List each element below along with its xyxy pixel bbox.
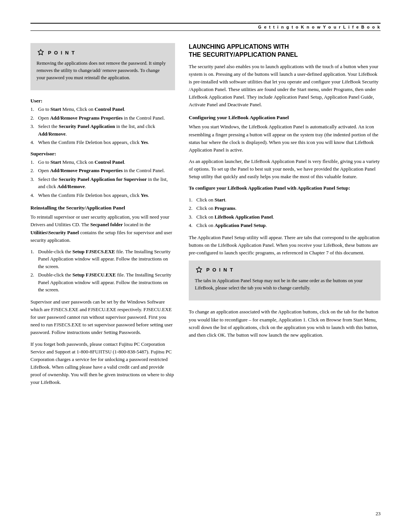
supervisor-steps-list: 1.Go to Start Menu, Click on Control Pan…	[30, 158, 175, 199]
supervisor-password-para: Supervisor and user passwords can be set…	[30, 298, 175, 337]
forget-para: If you forget both passwords, please con…	[30, 340, 175, 387]
list-item: 1.Double-click the Setup FJSECS.EXE file…	[30, 248, 175, 270]
header-text: G e t t i n g t o K n o w Y o u r L i f …	[258, 25, 381, 29]
list-item: 1.Click on Start.	[189, 196, 381, 204]
list-item: 2.Double-click the Setup FJSECU.EXE file…	[30, 271, 175, 294]
point-label-bottom: P O I N T	[206, 267, 234, 273]
intro-para: The security panel also enables you to l…	[189, 63, 381, 109]
reinstall-steps-list: 1.Double-click the Setup FJSECS.EXE file…	[30, 248, 175, 294]
reinstall-title: Reinstalling the Security/Application Pa…	[30, 205, 175, 211]
list-item: 1.Go to Start Menu, Click on Control Pan…	[30, 105, 175, 113]
config-steps-list: 1.Click on Start. 2.Click on Programs. 3…	[189, 196, 381, 229]
user-label: User:	[30, 98, 175, 104]
reinstall-intro-para: To reinstall supervisor or user security…	[30, 213, 175, 244]
list-item: 4.When the Confirm File Deletion box app…	[30, 139, 175, 146]
point-label-top: P O I N T	[48, 50, 75, 56]
main-heading: LAUNCHING APPLICATIONS WITH THE SECURITY…	[189, 43, 381, 59]
change-app-para: To change an application associated with…	[189, 308, 381, 339]
point-text-top: Removing the applications does not remov…	[37, 60, 169, 81]
list-item: 1.Go to Start Menu, Click on Control Pan…	[30, 158, 175, 166]
point-icon-bottom	[195, 266, 203, 274]
list-item: 2.Open Add/Remove Programs Properties in…	[30, 167, 175, 174]
after-steps-para: The Application Panel Setup utility will…	[189, 234, 381, 257]
list-item: 3.Select the Security Panel Application …	[30, 123, 175, 137]
list-item: 3.Select the Security Panel Application …	[30, 176, 175, 190]
point-header-top: P O I N T	[37, 48, 169, 57]
page: G e t t i n g t o K n o w Y o u r L i f …	[0, 0, 411, 532]
header-bar: G e t t i n g t o K n o w Y o u r L i f …	[30, 23, 381, 31]
config-steps-title: To configure your LifeBook Application P…	[189, 184, 381, 192]
page-number: 23	[376, 511, 381, 517]
list-item: 3.Click on LifeBook Application Panel.	[189, 213, 381, 221]
user-steps-list: 1.Go to Start Menu, Click on Control Pan…	[30, 105, 175, 146]
right-column: LAUNCHING APPLICATIONS WITH THE SECURITY…	[189, 43, 381, 390]
list-item: 4.When the Confirm File Deletion box app…	[30, 192, 175, 199]
two-column-layout: P O I N T Removing the applications does…	[30, 43, 381, 390]
supervisor-label: Supervisor:	[30, 151, 175, 157]
point-text-bottom: The tabs in Application Panel Setup may …	[195, 277, 374, 292]
config-para1: When you start Windows, the LifeBook App…	[189, 123, 381, 154]
left-column: P O I N T Removing the applications does…	[30, 43, 175, 390]
list-item: 2.Open Add/Remove Programs Properties in…	[30, 114, 175, 122]
config-title: Configuring your LifeBook Application Pa…	[189, 115, 381, 121]
list-item: 4.Click on Application Panel Setup.	[189, 222, 381, 229]
point-header-bottom: P O I N T	[195, 266, 374, 274]
point-icon-top	[37, 48, 45, 57]
config-para2: As an application launcher, the LifeBook…	[189, 158, 381, 181]
list-item: 2.Click on Programs.	[189, 204, 381, 212]
main-heading-line2: THE SECURITY/APPLICATION PANEL	[189, 51, 298, 58]
main-heading-line1: LAUNCHING APPLICATIONS WITH	[189, 43, 289, 50]
point-box-top: P O I N T Removing the applications does…	[30, 43, 175, 90]
point-box-bottom: P O I N T The tabs in Application Panel …	[189, 260, 381, 301]
